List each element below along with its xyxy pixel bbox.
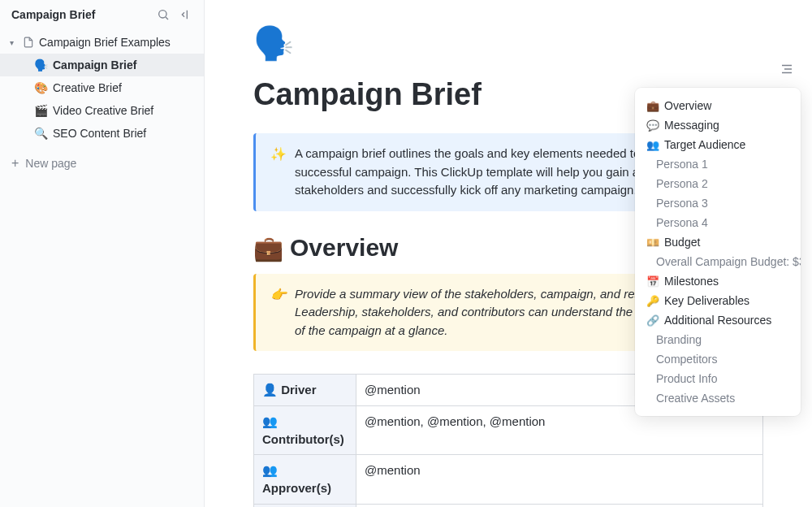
table-row-label[interactable]: 👥 Contributor(s): [254, 405, 356, 455]
table-row-label[interactable]: 👥 Approver(s): [254, 455, 356, 505]
sparkle-icon: ✨: [270, 145, 287, 200]
sidebar-item[interactable]: 🎨Creative Brief: [0, 76, 204, 99]
toc-item[interactable]: 💴Budget: [635, 232, 801, 252]
toc-item[interactable]: 💬Messaging: [635, 115, 801, 135]
toc-item-label: Competitors: [656, 353, 717, 366]
sidebar-item[interactable]: 🔍SEO Content Brief: [0, 122, 204, 145]
toc-item[interactable]: 👥Target Audience: [635, 135, 801, 154]
table-row-label[interactable]: 💭 Title / Tagline: [254, 504, 356, 507]
toc-item-label: Messaging: [664, 119, 719, 132]
doc-emoji[interactable]: 🗣️: [253, 24, 763, 63]
toc-item-label: Creative Assets: [656, 392, 735, 405]
toc-item-label: Persona 2: [656, 177, 708, 190]
table-row-label[interactable]: 👤 Driver: [254, 375, 356, 406]
collapse-sidebar-icon[interactable]: [179, 8, 192, 21]
sidebar-title: Campaign Brief: [11, 8, 95, 21]
svg-point-0: [159, 11, 166, 18]
sidebar-parent-label: Campaign Brief Examples: [39, 36, 171, 49]
toc-item-label: Persona 1: [656, 158, 708, 171]
chevron-down-icon[interactable]: ▾: [10, 38, 18, 47]
table-row-value[interactable]: Product X: a new product for the modern …: [356, 504, 763, 507]
toc-item-label: Branding: [656, 333, 702, 346]
sidebar-header: Campaign Brief: [0, 0, 204, 28]
sidebar-item[interactable]: 🗣️Campaign Brief: [0, 54, 204, 76]
toc-item-icon: 📅: [646, 275, 659, 288]
toc-item[interactable]: 🔗Additional Resources: [635, 310, 801, 330]
toc-item-label: Milestones: [664, 275, 719, 288]
toc-item-icon: 👥: [646, 139, 659, 151]
toc-item-label: Key Deliverables: [664, 294, 749, 307]
toc-item[interactable]: 🔑Key Deliverables: [635, 291, 801, 310]
svg-line-1: [166, 17, 168, 20]
toc-item-icon: 💴: [646, 236, 659, 249]
toc-item[interactable]: Persona 4: [635, 213, 801, 232]
toc-item[interactable]: 📅Milestones: [635, 271, 801, 291]
table-row-value[interactable]: @mention: [356, 455, 763, 505]
toc-item[interactable]: Creative Assets: [635, 388, 801, 408]
toc-item-icon: 💼: [646, 100, 659, 112]
toc-item-label: Overview: [664, 99, 711, 112]
toc-item-label: Budget: [664, 236, 700, 249]
toc-item[interactable]: Persona 1: [635, 154, 801, 174]
sidebar-item-label: Campaign Brief: [53, 58, 136, 72]
sidebar-item-label: Creative Brief: [53, 81, 122, 94]
overview-heading-text: Overview: [290, 234, 398, 262]
toc-item-icon: 🔗: [646, 314, 659, 327]
toc-item-label: Persona 4: [656, 216, 708, 229]
briefcase-icon: 💼: [253, 234, 283, 262]
toc-item[interactable]: Product Info: [635, 369, 801, 388]
toc-item[interactable]: Persona 2: [635, 174, 801, 193]
toc-item[interactable]: Competitors: [635, 349, 801, 369]
toc-item-label: Additional Resources: [664, 314, 771, 327]
page-emoji-icon: 🎬: [34, 104, 48, 117]
sidebar-item-label: SEO Content Brief: [53, 127, 146, 140]
toc-popup: 💼Overview💬Messaging👥Target AudiencePerso…: [635, 88, 801, 416]
pointing-icon: 👉: [270, 285, 287, 340]
toc-item[interactable]: 💼Overview: [635, 96, 801, 115]
sidebar-item[interactable]: 🎬Video Creative Brief: [0, 99, 204, 122]
page-emoji-icon: 🔍: [34, 127, 48, 140]
toc-item-label: Target Audience: [664, 138, 745, 151]
sidebar-item-label: Video Creative Brief: [53, 104, 153, 117]
new-page-button[interactable]: + New page: [0, 148, 204, 179]
toc-item[interactable]: Persona 3: [635, 193, 801, 213]
toc-item-label: Overall Campaign Budget: $3,...: [656, 255, 801, 268]
toc-item-icon: 🔑: [646, 295, 659, 307]
toc-item-icon: 💬: [646, 119, 659, 132]
page-emoji-icon: 🗣️: [34, 58, 48, 72]
table-row: 👥 Approver(s)@mention: [254, 455, 763, 505]
table-row: 💭 Title / TaglineProduct X: a new produc…: [254, 504, 763, 507]
search-icon[interactable]: [157, 8, 170, 21]
main-content: 🗣️ Campaign Brief ✨ A campaign brief out…: [205, 0, 812, 507]
page-emoji-icon: 🎨: [34, 81, 48, 94]
toc-toggle-icon[interactable]: [780, 62, 794, 76]
sidebar: Campaign Brief ▾ Campaign Brief Examples…: [0, 0, 205, 507]
sidebar-tree: ▾ Campaign Brief Examples 🗣️Campaign Bri…: [0, 28, 204, 148]
toc-item-label: Persona 3: [656, 197, 708, 210]
sidebar-parent-item[interactable]: ▾ Campaign Brief Examples: [0, 31, 204, 54]
toc-item[interactable]: Overall Campaign Budget: $3,...: [635, 252, 801, 271]
new-page-label: New page: [25, 157, 76, 170]
document-icon: [23, 37, 34, 48]
plus-icon: +: [11, 156, 19, 171]
toc-item[interactable]: Branding: [635, 330, 801, 349]
toc-item-label: Product Info: [656, 372, 718, 385]
